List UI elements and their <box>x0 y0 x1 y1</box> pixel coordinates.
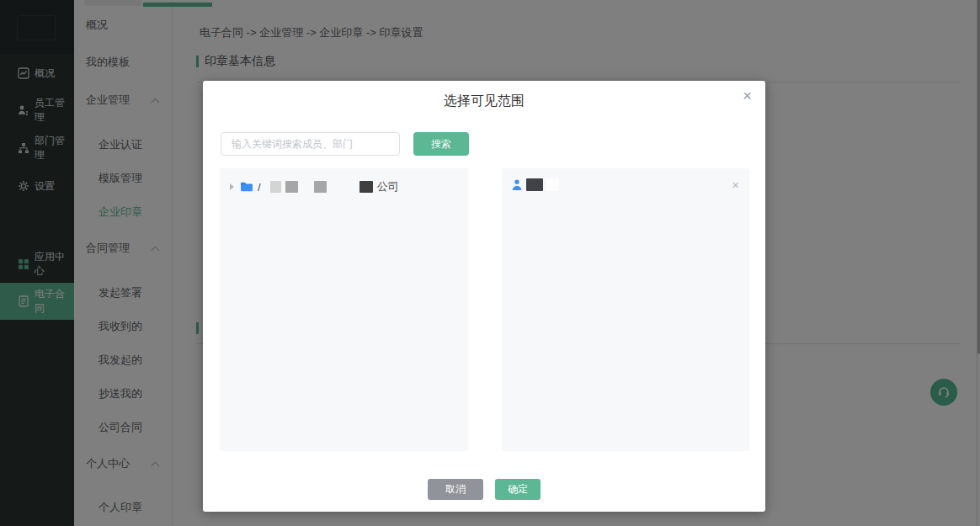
redacted-text <box>314 181 327 193</box>
redacted-text <box>526 178 543 191</box>
selected-member-row: × <box>502 168 749 201</box>
redacted-text <box>546 178 559 191</box>
org-tree-panel: / 公司 <box>220 168 468 451</box>
folder-icon <box>240 181 253 193</box>
tree-node-suffix: 公司 <box>377 179 399 194</box>
tree-node-prefix: / <box>258 181 261 194</box>
redacted-text <box>360 181 373 193</box>
member-icon <box>512 179 522 191</box>
cancel-button[interactable]: 取消 <box>428 479 483 500</box>
expand-caret-icon[interactable] <box>230 183 234 190</box>
remove-member-icon[interactable]: × <box>732 178 739 191</box>
close-icon[interactable]: × <box>743 88 752 104</box>
selected-members-panel: × <box>502 168 749 451</box>
select-visible-range-dialog: 选择可见范围 × 搜索 / 公司 × <box>203 81 765 512</box>
search-input[interactable] <box>221 132 400 156</box>
dialog-title: 选择可见范围 <box>203 93 765 110</box>
redacted-text <box>285 181 298 193</box>
tree-node-company[interactable]: / 公司 <box>220 168 468 205</box>
confirm-button[interactable]: 确定 <box>495 479 541 500</box>
app-window: 概况 员工管理 部门管理 设置 应用中心 电子合同 概况 我的模板 企业管理 企… <box>0 0 980 526</box>
search-button[interactable]: 搜索 <box>413 132 469 156</box>
redacted-text <box>270 181 281 193</box>
